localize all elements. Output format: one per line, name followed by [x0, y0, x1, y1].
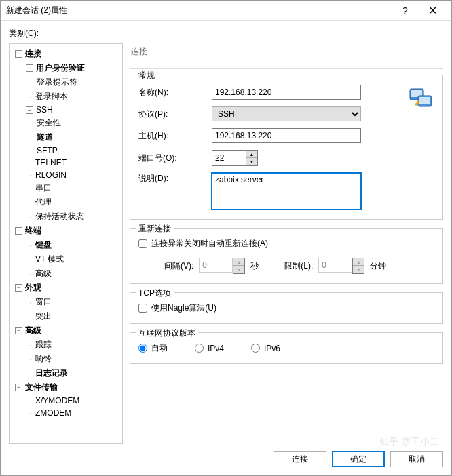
tree-keyboard[interactable]: ·键盘: [11, 238, 121, 252]
tree-login-script[interactable]: ·登录脚本: [11, 90, 121, 104]
limit-input: [318, 258, 352, 273]
host-label: 主机(H):: [138, 130, 212, 142]
spinner-up-icon[interactable]: ▲: [246, 151, 257, 158]
collapse-icon[interactable]: −: [26, 64, 33, 72]
tree-login-prompt[interactable]: 登录提示符: [11, 75, 121, 90]
spinner-down-icon: ▼: [233, 266, 244, 273]
divider: [130, 68, 443, 69]
settings-panel: 连接 常规 名称(N): 协: [130, 43, 443, 444]
tree-serial[interactable]: ·串口: [11, 181, 121, 195]
general-legend: 常规: [136, 70, 157, 81]
collapse-icon[interactable]: −: [15, 50, 22, 58]
limit-unit: 分钟: [370, 260, 386, 272]
interval-spinner: ▲ ▼: [233, 258, 245, 274]
help-button[interactable]: ?: [392, 5, 419, 16]
tree-zmodem[interactable]: ·ZMODEM: [11, 407, 121, 419]
protocol-select[interactable]: SSH: [212, 106, 361, 121]
reconnect-legend: 重新连接: [136, 223, 174, 235]
spinner-up-icon: ▲: [353, 258, 364, 266]
tree-advanced[interactable]: −高级: [11, 323, 121, 338]
tree-appearance[interactable]: −外观: [11, 281, 121, 295]
tree-connection[interactable]: −连接: [11, 47, 121, 61]
tree-xymodem[interactable]: ·X/YMODEM: [11, 395, 121, 407]
tree-trace[interactable]: ·跟踪: [11, 338, 121, 352]
hosts-icon: [407, 85, 434, 112]
spinner-up-icon: ▲: [233, 258, 244, 266]
ipv6-radio[interactable]: IPv6: [251, 342, 280, 354]
port-label: 端口号(O):: [138, 153, 212, 164]
port-input[interactable]: [212, 150, 246, 166]
limit-label: 限制(L):: [284, 260, 313, 272]
collapse-icon[interactable]: −: [26, 106, 33, 114]
port-spinner[interactable]: ▲ ▼: [246, 150, 258, 166]
spinner-down-icon[interactable]: ▼: [246, 158, 257, 165]
protocol-label: 协议(P):: [138, 108, 212, 120]
auto-reconnect-checkbox[interactable]: [138, 239, 147, 248]
connect-button[interactable]: 连接: [274, 451, 326, 467]
tcp-group: TCP选项 使用Nagle算法(U): [130, 292, 443, 324]
window-title: 新建会话 (2)属性: [6, 5, 392, 16]
tree-proxy[interactable]: ·代理: [11, 195, 121, 210]
nagle-label: 使用Nagle算法(U): [151, 302, 216, 314]
tree-filetransfer[interactable]: −文件传输: [11, 380, 121, 395]
tree-auth[interactable]: −用户身份验证: [11, 61, 121, 75]
dialog-body: 类别(C): −连接 −用户身份验证 登录提示符 ·登录脚本 −SSH 安全性 …: [1, 21, 451, 475]
svg-rect-3: [419, 97, 430, 104]
tree-logging[interactable]: ·日志记录: [11, 366, 121, 380]
collapse-icon[interactable]: −: [15, 384, 22, 391]
ipv4-radio[interactable]: IPv4: [195, 342, 224, 354]
tree-sftp[interactable]: SFTP: [11, 144, 121, 157]
tree-adv-term[interactable]: ·高级: [11, 266, 121, 281]
category-label: 类别(C):: [9, 28, 443, 39]
tree-security[interactable]: 安全性: [11, 116, 121, 130]
ip-auto-radio[interactable]: 自动: [138, 342, 168, 354]
button-bar: 知乎 @王小二 连接 确定 取消: [9, 444, 443, 467]
tree-terminal[interactable]: −终端: [11, 224, 121, 238]
watermark: 知乎 @王小二: [379, 436, 439, 448]
nagle-checkbox[interactable]: [138, 304, 147, 313]
cancel-button[interactable]: 取消: [390, 451, 443, 467]
auto-reconnect-label: 连接异常关闭时自动重新连接(A): [151, 238, 268, 250]
desc-label: 说明(D):: [138, 173, 212, 184]
host-input[interactable]: [212, 128, 361, 143]
tree-bell[interactable]: ·响铃: [11, 352, 121, 366]
tree-rlogin[interactable]: ·RLOGIN: [11, 169, 121, 181]
name-input[interactable]: [212, 85, 361, 100]
ipversion-group: 互联网协议版本 自动 IPv4 IPv6: [130, 332, 443, 364]
titlebar: 新建会话 (2)属性 ? ✕: [1, 1, 451, 21]
tcp-legend: TCP选项: [136, 287, 174, 299]
collapse-icon[interactable]: −: [15, 227, 22, 235]
interval-unit: 秒: [250, 260, 259, 272]
section-title: 连接: [130, 43, 443, 63]
interval-label: 间隔(V):: [164, 260, 193, 272]
reconnect-group: 重新连接 连接异常关闭时自动重新连接(A) 间隔(V): ▲ ▼: [130, 228, 443, 284]
tree-ssh[interactable]: −SSH: [11, 104, 121, 116]
limit-spinner: ▲ ▼: [352, 258, 364, 274]
tree-tunnel[interactable]: 隧道: [11, 130, 121, 144]
interval-input: [199, 258, 233, 273]
tree-window[interactable]: ·窗口: [11, 295, 121, 309]
tree-telnet[interactable]: ·TELNET: [11, 157, 121, 169]
close-button[interactable]: ✕: [419, 4, 446, 17]
collapse-icon[interactable]: −: [15, 327, 22, 334]
name-label: 名称(N):: [138, 87, 212, 98]
main-split: −连接 −用户身份验证 登录提示符 ·登录脚本 −SSH 安全性 隧道 SFTP…: [9, 43, 443, 444]
tree-highlight[interactable]: ·突出: [11, 309, 121, 323]
desc-input[interactable]: zabbix server: [212, 173, 361, 210]
dialog-window: 新建会话 (2)属性 ? ✕ 类别(C): −连接 −用户身份验证 登录提示符 …: [0, 0, 452, 476]
category-tree[interactable]: −连接 −用户身份验证 登录提示符 ·登录脚本 −SSH 安全性 隧道 SFTP…: [9, 43, 123, 444]
tree-vtmode[interactable]: ·VT 模式: [11, 252, 121, 266]
ipversion-legend: 互联网协议版本: [136, 328, 198, 339]
collapse-icon[interactable]: −: [15, 284, 22, 292]
tree-keepalive[interactable]: ·保持活动状态: [11, 210, 121, 224]
general-group: 常规 名称(N): 协议(P): SSH: [130, 75, 443, 220]
spinner-down-icon: ▼: [353, 266, 364, 273]
ok-button[interactable]: 确定: [332, 451, 385, 467]
